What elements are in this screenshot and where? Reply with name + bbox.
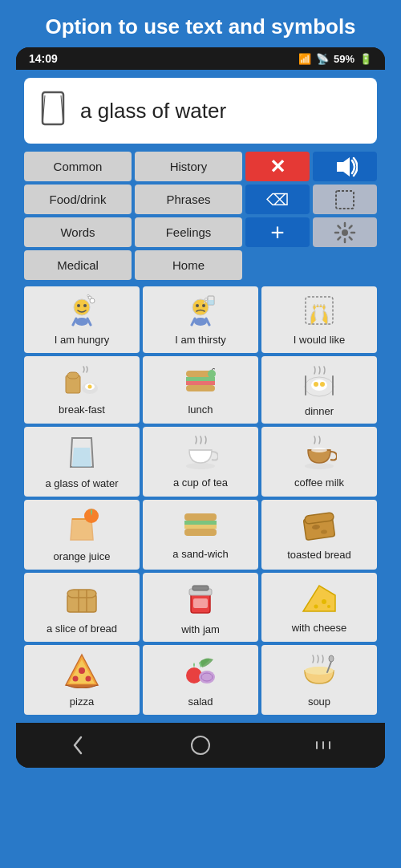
- svg-rect-59: [192, 586, 209, 590]
- settings-button[interactable]: [313, 217, 377, 247]
- phone-frame: 14:09 📶 📡 59% 🔋 a glass of water Common: [16, 47, 385, 768]
- dinner-label: dinner: [305, 405, 334, 418]
- symbol-breakfast[interactable]: break-fast: [24, 356, 140, 424]
- svg-point-63: [314, 604, 318, 608]
- symbol-thirsty[interactable]: I am thirsty: [143, 286, 258, 353]
- symbol-with-cheese[interactable]: with cheese: [261, 573, 377, 643]
- svg-point-28: [88, 384, 92, 388]
- svg-rect-47: [184, 525, 217, 529]
- svg-rect-20: [208, 300, 214, 305]
- svg-marker-1: [337, 157, 350, 176]
- toasted-bread-icon: [302, 509, 337, 546]
- category-phrases[interactable]: Phrases: [135, 185, 242, 214]
- svg-point-21: [205, 298, 208, 301]
- svg-line-8: [73, 318, 76, 325]
- output-box[interactable]: a glass of water: [24, 78, 377, 144]
- with-cheese-icon: [302, 582, 337, 619]
- svg-point-76: [192, 736, 209, 754]
- symbol-would-like[interactable]: I would like: [261, 286, 377, 353]
- coffee-milk-icon: [302, 436, 337, 473]
- svg-point-15: [202, 304, 205, 307]
- svg-point-36: [314, 382, 318, 387]
- svg-point-35: [311, 379, 327, 391]
- symbol-dinner[interactable]: dinner: [261, 356, 377, 424]
- svg-point-33: [208, 370, 216, 378]
- breakfast-label: break-fast: [59, 404, 105, 416]
- pizza-icon: [64, 653, 99, 692]
- coffee-milk-label: coffee milk: [294, 477, 344, 489]
- symbol-glass-water[interactable]: a glass of water: [24, 427, 140, 497]
- add-button[interactable]: +: [245, 217, 310, 247]
- category-words[interactable]: Words: [24, 217, 132, 247]
- glass-water-label: a glass of water: [45, 477, 118, 490]
- orange-juice-label: orange juice: [54, 550, 111, 563]
- category-medical[interactable]: Medical: [24, 250, 132, 280]
- battery-text: 59%: [334, 53, 354, 65]
- category-home[interactable]: Home: [135, 250, 242, 280]
- category-common[interactable]: Common: [24, 152, 132, 181]
- symbol-hungry[interactable]: I am hungry: [24, 286, 140, 353]
- svg-point-64: [327, 605, 330, 608]
- symbol-salad[interactable]: salad: [143, 645, 258, 715]
- svg-point-42: [311, 448, 327, 452]
- status-right: 📶 📡 59% 🔋: [298, 53, 372, 65]
- signal-icon: 📡: [316, 53, 329, 65]
- close-button[interactable]: ✕: [245, 152, 310, 181]
- app-content: a glass of water Common History ✕ Food/d…: [16, 70, 385, 723]
- svg-point-68: [73, 676, 79, 682]
- svg-point-13: [192, 299, 209, 315]
- symbol-with-jam[interactable]: with jam: [143, 573, 258, 643]
- expand-button[interactable]: [313, 185, 377, 214]
- category-food[interactable]: Food/drink: [24, 185, 132, 214]
- svg-rect-23: [306, 297, 333, 324]
- symbol-lunch[interactable]: lunch: [143, 356, 258, 424]
- svg-point-67: [79, 667, 85, 674]
- symbol-grid: I am hungry: [24, 286, 377, 715]
- svg-point-22: [204, 302, 205, 303]
- svg-point-62: [322, 599, 326, 604]
- hungry-label: I am hungry: [55, 334, 110, 347]
- svg-point-6: [83, 304, 87, 307]
- delete-button[interactable]: ⌫: [245, 185, 310, 214]
- svg-point-12: [87, 294, 89, 296]
- salad-label: salad: [188, 696, 213, 708]
- svg-line-9: [87, 318, 91, 325]
- symbol-orange-juice[interactable]: orange juice: [24, 500, 140, 570]
- battery-icon: 🔋: [359, 53, 372, 65]
- svg-rect-46: [184, 521, 217, 525]
- svg-line-17: [192, 318, 195, 325]
- slice-bread-label: a slice of bread: [47, 623, 117, 635]
- soup-icon: [302, 653, 337, 692]
- symbol-cup-tea[interactable]: a cup of tea: [143, 427, 258, 497]
- lunch-icon: [183, 366, 218, 400]
- svg-point-41: [305, 463, 334, 469]
- home-button[interactable]: [176, 731, 225, 760]
- svg-rect-54: [67, 590, 96, 598]
- sound-button[interactable]: [313, 152, 377, 181]
- symbol-toasted-bread[interactable]: toasted bread: [261, 500, 377, 570]
- back-button[interactable]: [54, 731, 102, 760]
- wifi-icon: 📶: [298, 53, 311, 65]
- would-like-icon: [303, 294, 335, 331]
- svg-marker-61: [303, 586, 335, 611]
- symbol-sandwich[interactable]: a sand-wich: [143, 500, 258, 570]
- menu-button[interactable]: [299, 731, 347, 760]
- svg-rect-25: [67, 372, 79, 379]
- category-feelings[interactable]: Feelings: [135, 217, 242, 247]
- symbol-soup[interactable]: soup: [261, 645, 377, 715]
- output-icon: [37, 89, 69, 132]
- symbol-slice-bread[interactable]: a slice of bread: [24, 573, 140, 643]
- toasted-bread-label: toasted bread: [287, 549, 351, 562]
- breakfast-icon: [64, 366, 99, 400]
- symbol-pizza[interactable]: pizza: [24, 645, 140, 715]
- symbol-coffee-milk[interactable]: coffee milk: [261, 427, 377, 497]
- svg-rect-0: [43, 92, 63, 124]
- svg-rect-31: [186, 381, 215, 385]
- category-history[interactable]: History: [135, 152, 242, 181]
- with-cheese-label: with cheese: [292, 622, 347, 635]
- status-bar: 14:09 📶 📡 59% 🔋: [16, 47, 385, 70]
- svg-point-40: [186, 463, 215, 469]
- slice-bread-icon: [64, 582, 99, 619]
- header-title: Option to use text and symbols: [13, 14, 388, 39]
- svg-rect-45: [184, 513, 217, 521]
